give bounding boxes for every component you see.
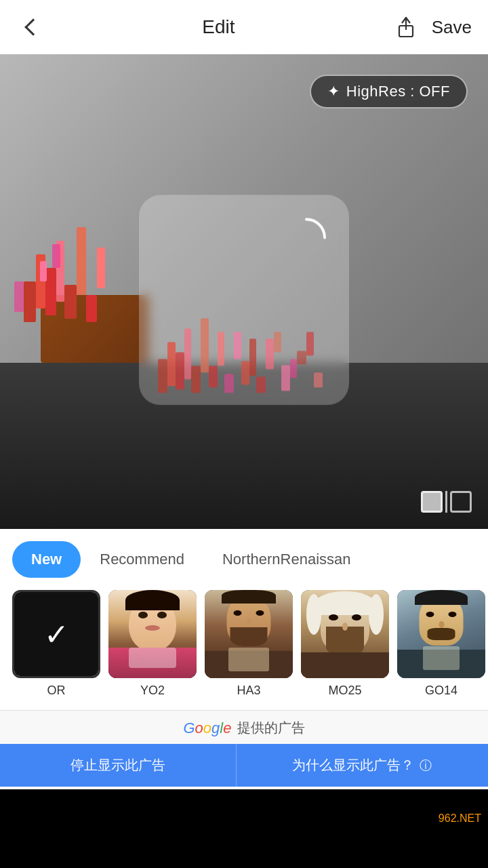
style-label-ha3: HA3	[237, 684, 260, 698]
highres-button[interactable]: ✦ HighRes : OFF	[310, 75, 468, 108]
ad-action-buttons: 停止显示此广告 为什么显示此广告？ ⓘ	[0, 744, 488, 787]
style-item-go14[interactable]: GO14	[397, 590, 485, 698]
compare-right-icon	[450, 491, 472, 513]
share-button[interactable]	[391, 12, 421, 42]
loading-indicator	[283, 214, 330, 264]
top-right-actions: Save	[391, 12, 472, 42]
ad-info-icon: ⓘ	[420, 757, 432, 774]
tab-new[interactable]: New	[12, 541, 81, 578]
style-label-go14: GO14	[425, 684, 458, 698]
back-arrow-icon	[24, 18, 41, 35]
compare-left-icon	[421, 491, 443, 513]
compare-toggle-button[interactable]	[421, 491, 472, 513]
style-item-mo25[interactable]: MO25	[301, 590, 389, 698]
highres-label: HighRes : OFF	[346, 83, 450, 100]
tab-northern[interactable]: NorthernRenaissan	[203, 541, 370, 578]
ad-why-label: 为什么显示此广告？	[292, 756, 414, 774]
ad-banner: Google 提供的广告 停止显示此广告 为什么显示此广告？ ⓘ	[0, 710, 488, 789]
style-thumb-yo2	[108, 590, 197, 678]
style-item-or[interactable]: ✓ OR	[12, 590, 100, 698]
ad-provider-info: Google 提供的广告	[0, 719, 488, 737]
ad-why-button[interactable]: 为什么显示此广告？ ⓘ	[236, 744, 489, 787]
style-label-mo25: MO25	[328, 684, 361, 698]
ad-stop-button[interactable]: 停止显示此广告	[0, 744, 236, 787]
style-thumb-mo25	[301, 590, 389, 678]
tab-recommend[interactable]: Recommend	[81, 541, 203, 578]
style-item-ha3[interactable]: HA3	[205, 590, 293, 698]
bottom-panel: New Recommend NorthernRenaissan ✓ OR	[0, 529, 488, 789]
style-thumb-go14	[397, 590, 485, 678]
pixel-sculpture-left	[10, 166, 132, 322]
watermark: 962.NET	[432, 810, 488, 827]
checkmark-container: ✓	[14, 592, 98, 676]
save-button[interactable]: Save	[432, 17, 472, 38]
style-thumb-ha3	[205, 590, 293, 678]
style-tab-bar: New Recommend NorthernRenaissan	[0, 529, 488, 578]
style-item-yo2[interactable]: YO2	[108, 590, 197, 698]
loading-arc-icon	[283, 214, 330, 261]
sparkle-icon: ✦	[327, 83, 340, 100]
image-preview-area: ✦ HighRes : OFF	[0, 54, 488, 529]
top-bar: Edit Save	[0, 0, 488, 54]
frosted-overlay-card	[139, 195, 349, 405]
compare-divider	[445, 491, 447, 513]
back-button[interactable]	[16, 12, 46, 42]
style-label-or: OR	[47, 684, 66, 698]
checkmark-icon: ✓	[44, 617, 69, 652]
share-icon	[394, 15, 418, 39]
style-label-yo2: YO2	[140, 684, 165, 698]
card-art-content	[151, 256, 337, 393]
ad-provider-text: 提供的广告	[237, 719, 305, 737]
style-thumb-or: ✓	[12, 590, 100, 678]
google-logo: Google	[183, 719, 231, 737]
style-grid: ✓ OR	[0, 578, 488, 710]
page-title: Edit	[202, 16, 235, 38]
